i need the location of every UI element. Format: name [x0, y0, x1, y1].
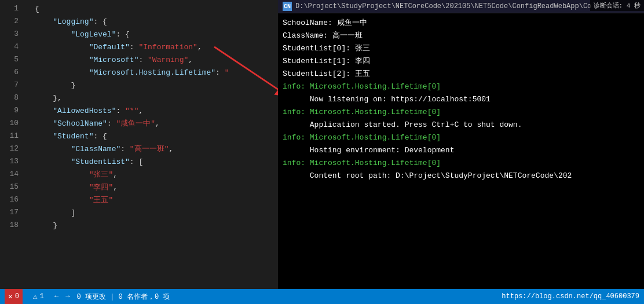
code-token: : [	[130, 158, 143, 166]
blog-url: https://blog.csdn.net/qq_40600379	[502, 292, 639, 301]
code-token: ,	[169, 145, 173, 153]
line-number: 3	[0, 28, 19, 41]
terminal-line: info: Microsoft.Hosting.Lifetime[0]	[283, 80, 639, 93]
code-token: : {	[93, 17, 107, 26]
line-number: 15	[0, 181, 19, 193]
terminal-line: Application started. Press Ctrl+C to shu…	[283, 119, 639, 131]
code-token: "高一一班"	[130, 144, 169, 154]
code-token: "SchoolName"	[53, 119, 107, 128]
code-token: :	[130, 43, 139, 52]
code-token: "咸鱼一中"	[116, 118, 155, 129]
indent	[35, 119, 53, 128]
code-token: : {	[93, 132, 107, 141]
code-token: "Default"	[89, 43, 130, 52]
code-token: "AllowedHosts"	[53, 107, 116, 115]
warning-count[interactable]: ⚠ 1	[30, 289, 47, 304]
terminal-content[interactable]: SchoolName: 咸鱼一中ClassName: 高一一班StudentLi…	[278, 13, 644, 289]
code-token: {	[35, 5, 39, 13]
code-token: ,	[197, 43, 202, 52]
line-number: 17	[0, 206, 19, 219]
code-line: "Default": "Information",	[35, 41, 278, 53]
indent	[35, 221, 53, 230]
line-numbers: 123456789101112131415161718	[0, 0, 23, 289]
code-line: "Logging": {	[35, 15, 278, 28]
nav-back[interactable]: ←	[54, 292, 58, 301]
terminal-line: StudentList[0]: 张三	[283, 42, 639, 55]
code-token: "	[225, 68, 229, 77]
terminal-line: info: Microsoft.Hosting.Lifetime[0]	[283, 106, 639, 119]
code-line: ]	[35, 206, 278, 219]
code-line: "StudentList": [	[35, 155, 278, 168]
terminal-titlebar: CN D:\Project\StudyProject\NETCoreCode\2…	[278, 0, 644, 13]
code-token: "Microsoft.Hosting.Lifetime"	[89, 68, 215, 77]
status-bar: ✕ 0 ⚠ 1 ← → 0 项更改 | 0 名作者，0 项 https://bl…	[0, 289, 644, 304]
terminal-line: Hosting environment: Development	[283, 144, 639, 157]
code-token: },	[53, 94, 62, 102]
indent	[35, 132, 53, 141]
code-lines: { "Logging": { "LogLevel": { "Default": …	[35, 0, 278, 289]
indent	[35, 94, 53, 102]
code-token: "LogLevel"	[71, 30, 116, 39]
terminal-line: info: Microsoft.Hosting.Lifetime[0]	[283, 157, 639, 170]
line-number: 2	[0, 15, 19, 28]
terminal-line: info: Microsoft.Hosting.Lifetime[0]	[283, 131, 639, 144]
line-number: 1	[0, 2, 19, 15]
code-line: "AllowedHosts": "*",	[35, 104, 278, 117]
code-line: },	[35, 91, 278, 104]
terminal-title: D:\Project\StudyProject\NETCoreCode\2021…	[295, 2, 591, 10]
line-number: 6	[0, 66, 19, 79]
code-line: }	[35, 219, 278, 232]
line-number: 13	[0, 155, 19, 168]
code-token: ,	[155, 119, 160, 128]
warning-icon: ⚠	[33, 292, 38, 301]
terminal-panel: CN D:\Project\StudyProject\NETCoreCode\2…	[278, 0, 644, 289]
line-number: 12	[0, 142, 19, 155]
code-token: ,	[188, 56, 193, 64]
collapse-gutter	[23, 0, 35, 289]
code-token: "Logging"	[53, 17, 93, 26]
error-count[interactable]: ✕ 0	[5, 289, 23, 304]
terminal-icon: CN	[283, 2, 292, 11]
code-line: "王五"	[35, 193, 278, 206]
code-line: "Microsoft.Hosting.Lifetime": "	[35, 66, 278, 79]
code-token: "*"	[125, 107, 138, 115]
nav-forward[interactable]: →	[65, 292, 69, 301]
indent	[35, 208, 71, 217]
code-line: }	[35, 79, 278, 91]
code-token: "Student"	[53, 132, 93, 141]
indent	[35, 81, 71, 90]
code-token: "Microsoft"	[89, 56, 139, 64]
line-number: 7	[0, 79, 19, 91]
code-token: :	[120, 145, 130, 153]
code-line: "Microsoft": "Warning",	[35, 53, 278, 66]
code-token: : {	[116, 30, 129, 39]
code-token: "StudentList"	[71, 158, 129, 166]
code-line: "李四",	[35, 181, 278, 193]
indent	[35, 107, 53, 115]
indent	[35, 56, 89, 64]
indent	[35, 68, 89, 77]
code-line: "SchoolName": "咸鱼一中",	[35, 117, 278, 130]
code-token: "王五"	[89, 195, 114, 205]
indent	[35, 170, 89, 179]
indent	[35, 145, 71, 153]
code-token: }	[71, 81, 75, 90]
code-token: ]	[71, 208, 75, 217]
terminal-line: ClassName: 高一一班	[283, 30, 639, 42]
code-token: ,	[113, 183, 118, 192]
code-token: "Warning"	[148, 56, 188, 64]
line-number: 5	[0, 53, 19, 66]
code-token: :	[116, 107, 125, 115]
code-token: "ClassName"	[71, 145, 120, 153]
code-token: "张三"	[89, 169, 114, 180]
code-token: "Information"	[138, 43, 197, 52]
code-token: ,	[113, 170, 118, 179]
indent	[35, 30, 71, 39]
line-number: 10	[0, 117, 19, 130]
line-number: 14	[0, 168, 19, 181]
code-line: "Student": {	[35, 130, 278, 142]
code-line: "ClassName": "高一一班",	[35, 142, 278, 155]
line-number: 11	[0, 130, 19, 142]
line-number: 9	[0, 104, 19, 117]
code-token: ,	[138, 107, 143, 115]
